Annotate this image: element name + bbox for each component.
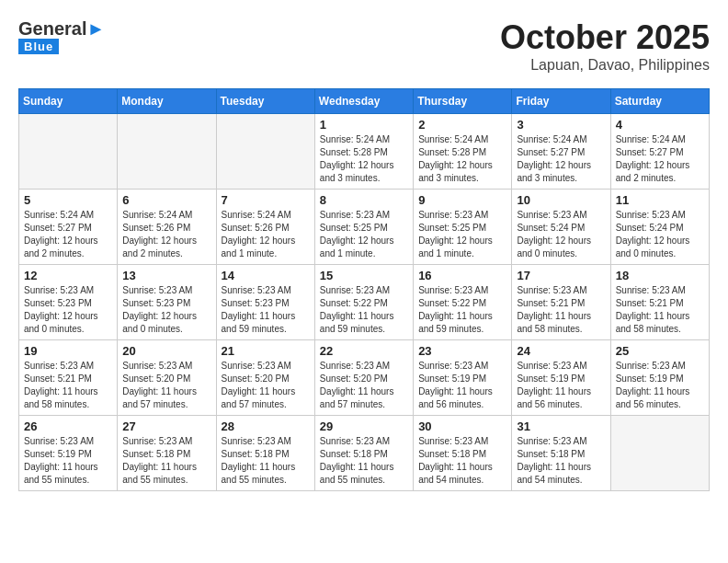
- calendar-week-3: 19Sunrise: 5:23 AM Sunset: 5:21 PM Dayli…: [19, 340, 710, 416]
- calendar-cell: 24Sunrise: 5:23 AM Sunset: 5:19 PM Dayli…: [512, 340, 610, 416]
- calendar-week-4: 26Sunrise: 5:23 AM Sunset: 5:19 PM Dayli…: [19, 416, 710, 491]
- calendar-cell: 19Sunrise: 5:23 AM Sunset: 5:21 PM Dayli…: [19, 340, 118, 416]
- day-number: 11: [616, 193, 704, 207]
- calendar-cell: 18Sunrise: 5:23 AM Sunset: 5:21 PM Dayli…: [610, 265, 709, 340]
- day-info: Sunrise: 5:23 AM Sunset: 5:23 PM Dayligh…: [222, 284, 310, 336]
- day-info: Sunrise: 5:23 AM Sunset: 5:21 PM Dayligh…: [616, 284, 704, 336]
- day-number: 17: [517, 269, 605, 282]
- calendar-cell: 22Sunrise: 5:23 AM Sunset: 5:20 PM Dayli…: [314, 340, 413, 416]
- day-info: Sunrise: 5:23 AM Sunset: 5:24 PM Dayligh…: [517, 209, 605, 260]
- day-number: 8: [320, 193, 408, 207]
- calendar-cell: 27Sunrise: 5:23 AM Sunset: 5:18 PM Dayli…: [118, 416, 216, 491]
- day-info: Sunrise: 5:23 AM Sunset: 5:23 PM Dayligh…: [122, 284, 210, 336]
- logo-bird-shape: ►: [86, 18, 105, 39]
- day-number: 24: [517, 344, 605, 358]
- day-info: Sunrise: 5:23 AM Sunset: 5:24 PM Dayligh…: [616, 209, 704, 260]
- calendar-cell: 30Sunrise: 5:23 AM Sunset: 5:18 PM Dayli…: [414, 416, 512, 491]
- calendar-cell: 28Sunrise: 5:23 AM Sunset: 5:18 PM Dayli…: [216, 416, 314, 491]
- calendar-week-1: 5Sunrise: 5:24 AM Sunset: 5:27 PM Daylig…: [19, 190, 710, 265]
- day-number: 20: [122, 344, 210, 358]
- calendar-cell: 1Sunrise: 5:24 AM Sunset: 5:28 PM Daylig…: [314, 114, 413, 190]
- day-info: Sunrise: 5:23 AM Sunset: 5:25 PM Dayligh…: [418, 209, 506, 260]
- calendar-cell: 3Sunrise: 5:24 AM Sunset: 5:27 PM Daylig…: [512, 114, 610, 190]
- weekday-header-wednesday: Wednesday: [314, 89, 413, 114]
- month-title: October 2025: [500, 18, 710, 57]
- day-number: 15: [320, 269, 408, 282]
- calendar-header: SundayMondayTuesdayWednesdayThursdayFrid…: [19, 89, 710, 114]
- location-text: Lapuan, Davao, Philippines: [500, 57, 710, 74]
- calendar-week-0: 1Sunrise: 5:24 AM Sunset: 5:28 PM Daylig…: [19, 114, 710, 190]
- calendar-cell: 10Sunrise: 5:23 AM Sunset: 5:24 PM Dayli…: [512, 190, 610, 265]
- calendar-cell: [118, 114, 216, 190]
- day-number: 22: [320, 344, 408, 358]
- day-info: Sunrise: 5:24 AM Sunset: 5:26 PM Dayligh…: [222, 209, 310, 260]
- calendar-cell: 8Sunrise: 5:23 AM Sunset: 5:25 PM Daylig…: [314, 190, 413, 265]
- day-number: 13: [122, 269, 210, 282]
- day-info: Sunrise: 5:23 AM Sunset: 5:21 PM Dayligh…: [24, 360, 112, 411]
- day-number: 9: [418, 193, 506, 207]
- day-number: 4: [616, 118, 704, 132]
- calendar-cell: 23Sunrise: 5:23 AM Sunset: 5:19 PM Dayli…: [414, 340, 512, 416]
- day-number: 23: [418, 344, 506, 358]
- day-info: Sunrise: 5:23 AM Sunset: 5:19 PM Dayligh…: [517, 360, 605, 411]
- calendar-cell: 31Sunrise: 5:23 AM Sunset: 5:18 PM Dayli…: [512, 416, 610, 491]
- day-number: 29: [320, 419, 408, 433]
- day-info: Sunrise: 5:24 AM Sunset: 5:28 PM Dayligh…: [418, 133, 506, 185]
- day-info: Sunrise: 5:23 AM Sunset: 5:20 PM Dayligh…: [122, 360, 210, 411]
- calendar-week-2: 12Sunrise: 5:23 AM Sunset: 5:23 PM Dayli…: [19, 265, 710, 340]
- logo-blue-label: Blue: [18, 39, 59, 54]
- day-number: 26: [24, 419, 112, 433]
- weekday-header-friday: Friday: [512, 89, 610, 114]
- calendar-cell: 5Sunrise: 5:24 AM Sunset: 5:27 PM Daylig…: [19, 190, 118, 265]
- calendar-cell: 25Sunrise: 5:23 AM Sunset: 5:19 PM Dayli…: [610, 340, 709, 416]
- calendar-cell: 4Sunrise: 5:24 AM Sunset: 5:27 PM Daylig…: [610, 114, 709, 190]
- day-info: Sunrise: 5:23 AM Sunset: 5:20 PM Dayligh…: [320, 360, 408, 411]
- day-number: 30: [418, 419, 506, 433]
- day-info: Sunrise: 5:23 AM Sunset: 5:25 PM Dayligh…: [320, 209, 408, 260]
- calendar-cell: 9Sunrise: 5:23 AM Sunset: 5:25 PM Daylig…: [414, 190, 512, 265]
- calendar-cell: 20Sunrise: 5:23 AM Sunset: 5:20 PM Dayli…: [118, 340, 216, 416]
- day-number: 12: [24, 269, 112, 282]
- calendar-cell: 14Sunrise: 5:23 AM Sunset: 5:23 PM Dayli…: [216, 265, 314, 340]
- logo: General► Blue: [18, 18, 105, 54]
- day-info: Sunrise: 5:24 AM Sunset: 5:27 PM Dayligh…: [616, 133, 704, 185]
- day-info: Sunrise: 5:23 AM Sunset: 5:19 PM Dayligh…: [418, 360, 506, 411]
- calendar-cell: 26Sunrise: 5:23 AM Sunset: 5:19 PM Dayli…: [19, 416, 118, 491]
- day-info: Sunrise: 5:23 AM Sunset: 5:18 PM Dayligh…: [320, 435, 408, 487]
- day-info: Sunrise: 5:23 AM Sunset: 5:19 PM Dayligh…: [616, 360, 704, 411]
- day-number: 1: [320, 118, 408, 132]
- calendar-cell: 2Sunrise: 5:24 AM Sunset: 5:28 PM Daylig…: [414, 114, 512, 190]
- day-info: Sunrise: 5:23 AM Sunset: 5:18 PM Dayligh…: [222, 435, 310, 487]
- calendar-cell: 7Sunrise: 5:24 AM Sunset: 5:26 PM Daylig…: [216, 190, 314, 265]
- calendar-cell: 6Sunrise: 5:24 AM Sunset: 5:26 PM Daylig…: [118, 190, 216, 265]
- day-number: 7: [222, 193, 310, 207]
- day-number: 28: [222, 419, 310, 433]
- day-info: Sunrise: 5:23 AM Sunset: 5:18 PM Dayligh…: [122, 435, 210, 487]
- day-number: 10: [517, 193, 605, 207]
- day-number: 6: [122, 193, 210, 207]
- day-number: 2: [418, 118, 506, 132]
- day-info: Sunrise: 5:24 AM Sunset: 5:26 PM Dayligh…: [122, 209, 210, 260]
- calendar-cell: [19, 114, 118, 190]
- weekday-header-sunday: Sunday: [19, 89, 118, 114]
- day-info: Sunrise: 5:23 AM Sunset: 5:18 PM Dayligh…: [418, 435, 506, 487]
- day-number: 5: [24, 193, 112, 207]
- weekday-header-monday: Monday: [118, 89, 216, 114]
- weekday-header-tuesday: Tuesday: [216, 89, 314, 114]
- day-info: Sunrise: 5:24 AM Sunset: 5:27 PM Dayligh…: [517, 133, 605, 185]
- day-info: Sunrise: 5:23 AM Sunset: 5:22 PM Dayligh…: [320, 284, 408, 336]
- calendar-cell: 29Sunrise: 5:23 AM Sunset: 5:18 PM Dayli…: [314, 416, 413, 491]
- calendar-body: 1Sunrise: 5:24 AM Sunset: 5:28 PM Daylig…: [19, 114, 710, 491]
- day-number: 3: [517, 118, 605, 132]
- calendar-cell: 12Sunrise: 5:23 AM Sunset: 5:23 PM Dayli…: [19, 265, 118, 340]
- weekday-header-saturday: Saturday: [610, 89, 709, 114]
- calendar-cell: 17Sunrise: 5:23 AM Sunset: 5:21 PM Dayli…: [512, 265, 610, 340]
- calendar-cell: [610, 416, 709, 491]
- calendar-cell: 11Sunrise: 5:23 AM Sunset: 5:24 PM Dayli…: [610, 190, 709, 265]
- day-number: 16: [418, 269, 506, 282]
- day-number: 19: [24, 344, 112, 358]
- weekday-header-thursday: Thursday: [414, 89, 512, 114]
- day-info: Sunrise: 5:23 AM Sunset: 5:21 PM Dayligh…: [517, 284, 605, 336]
- day-info: Sunrise: 5:23 AM Sunset: 5:18 PM Dayligh…: [517, 435, 605, 487]
- weekday-row: SundayMondayTuesdayWednesdayThursdayFrid…: [19, 89, 710, 114]
